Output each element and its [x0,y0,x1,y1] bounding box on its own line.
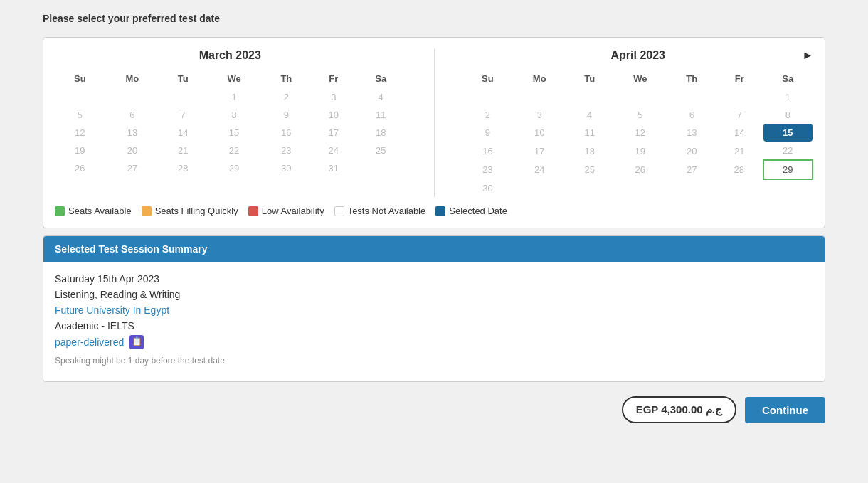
march-day-su: Su [55,69,105,88]
legend-seats-filling-label: Seats Filling Quickly [155,206,238,216]
april-day-su: Su [463,69,513,88]
paper-delivered-link[interactable]: paper-delivered [55,336,124,348]
summary-delivery-row: paper-delivered [55,336,813,350]
table-row [667,179,716,197]
table-row[interactable]: 23 [262,142,310,159]
summary-venue: Future University In Egypt [55,304,813,316]
table-row[interactable]: 12 [55,124,105,142]
table-row[interactable]: 6 [667,106,716,124]
table-row[interactable]: 29 [763,160,813,179]
summary-body: Saturday 15th Apr 2023 Listening, Readin… [43,262,825,381]
table-row[interactable]: 13 [105,124,160,142]
table-row[interactable]: 25 [356,142,406,159]
table-row[interactable]: 30 [463,179,513,197]
table-row [159,88,206,106]
table-row[interactable]: 17 [512,142,566,160]
april-grid: Su Mo Tu We Th Fr Sa 1234567891011121314… [463,69,814,197]
table-row[interactable]: 13 [667,124,716,142]
april-day-th: Th [667,69,716,88]
table-row[interactable]: 6 [105,106,160,124]
calendar-container: March 2023 Su Mo Tu We Th Fr Sa [43,37,825,228]
table-row[interactable]: 5 [55,106,105,124]
table-row[interactable]: 2 [262,88,310,106]
table-row[interactable]: 7 [159,106,206,124]
april-day-fr: Fr [716,69,763,88]
table-row[interactable]: 18 [356,124,406,142]
table-row[interactable]: 15 [206,124,262,142]
table-row[interactable]: 1 [763,88,813,106]
table-row[interactable]: 21 [716,142,763,160]
table-row[interactable]: 28 [716,160,763,179]
table-row[interactable]: 24 [311,142,356,159]
table-row[interactable]: 15 [763,124,813,142]
continue-button[interactable]: Continue [745,397,825,423]
table-row [55,88,105,106]
legend-selected-date-label: Selected Date [449,206,507,216]
table-row [356,159,406,177]
table-row[interactable]: 12 [613,124,667,142]
table-row[interactable]: 10 [311,106,356,124]
table-row[interactable]: 8 [763,106,813,124]
march-day-sa: Sa [356,69,406,88]
table-row[interactable]: 9 [262,106,310,124]
summary-exam: Academic - IELTS [55,320,813,331]
table-row[interactable]: 4 [356,88,406,106]
march-day-mo: Mo [105,69,160,88]
table-row[interactable]: 24 [512,160,566,179]
table-row[interactable]: 3 [512,106,566,124]
table-row[interactable]: 18 [566,142,613,160]
table-row[interactable]: 10 [512,124,566,142]
table-row[interactable]: 28 [159,159,206,177]
april-day-tu: Tu [566,69,613,88]
next-month-button[interactable]: ► [802,49,813,62]
table-row[interactable]: 1 [206,88,262,106]
table-row [463,88,513,106]
table-row[interactable]: 16 [463,142,513,160]
summary-header: Selected Test Session Summary [43,236,825,262]
table-row[interactable]: 7 [716,106,763,124]
table-row[interactable]: 27 [105,159,160,177]
table-row[interactable]: 27 [667,160,716,179]
table-row[interactable]: 20 [667,142,716,160]
legend-blue-box [435,206,445,216]
april-title: April 2023 [611,49,665,62]
table-row[interactable]: 30 [262,159,310,177]
table-row[interactable]: 16 [262,124,310,142]
table-row[interactable]: 8 [206,106,262,124]
table-row[interactable]: 21 [159,142,206,159]
table-row [105,88,160,106]
april-day-mo: Mo [512,69,566,88]
march-day-we: We [206,69,262,88]
table-row[interactable]: 11 [356,106,406,124]
table-row[interactable]: 5 [613,106,667,124]
table-row[interactable]: 22 [763,142,813,160]
table-row[interactable]: 19 [613,142,667,160]
march-day-th: Th [262,69,310,88]
table-row[interactable]: 3 [311,88,356,106]
table-row[interactable]: 20 [105,142,160,159]
summary-note: Speaking might be 1 day before the test … [55,356,813,366]
table-row [763,179,813,197]
table-row[interactable]: 11 [566,124,613,142]
table-row[interactable]: 14 [716,124,763,142]
table-row[interactable]: 31 [311,159,356,177]
march-calendar: March 2023 Su Mo Tu We Th Fr Sa [55,49,406,197]
price-badge: EGP 4,300.00 ج.م [622,396,736,423]
legend-white-box [334,206,344,216]
table-row[interactable]: 2 [463,106,513,124]
table-row[interactable]: 9 [463,124,513,142]
table-row[interactable]: 26 [55,159,105,177]
page-instruction: Please select your preferred test date [43,7,825,30]
table-row[interactable]: 19 [55,142,105,159]
table-row[interactable]: 26 [613,160,667,179]
table-row[interactable]: 17 [311,124,356,142]
table-row [512,88,566,106]
table-row[interactable]: 4 [566,106,613,124]
table-row[interactable]: 25 [566,160,613,179]
table-row[interactable]: 14 [159,124,206,142]
table-row[interactable]: 29 [206,159,262,177]
legend-seats-available-label: Seats Available [68,206,132,216]
march-day-fr: Fr [311,69,356,88]
table-row[interactable]: 22 [206,142,262,159]
table-row[interactable]: 23 [463,160,513,179]
